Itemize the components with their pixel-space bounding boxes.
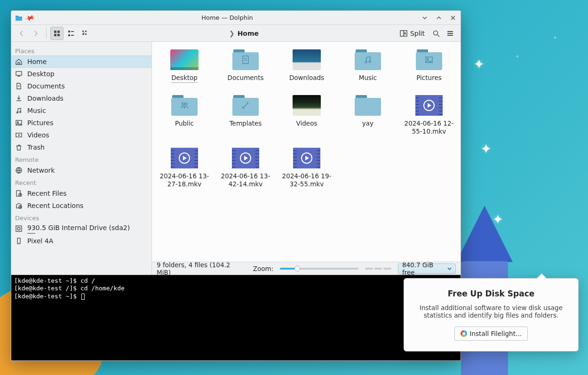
zoom-slider[interactable] <box>280 265 358 272</box>
file-tile[interactable]: 2024-06-16 12-55-10.mkv <box>400 93 458 136</box>
svg-rect-39 <box>243 56 248 64</box>
svg-rect-4 <box>68 31 70 32</box>
filelight-icon <box>461 330 467 337</box>
svg-rect-12 <box>84 32 84 35</box>
svg-point-42 <box>365 61 367 63</box>
breadcrumb[interactable]: ❯ Home <box>93 30 395 37</box>
zoom-steps[interactable] <box>365 268 391 270</box>
details-view-button[interactable] <box>79 27 92 40</box>
tile-label: Desktop <box>171 74 198 83</box>
tile-label: Public <box>175 120 194 128</box>
tile-label: Music <box>359 74 377 82</box>
sidebar-item-downloads[interactable]: Downloads <box>11 92 151 104</box>
tile-label: Templates <box>230 120 262 128</box>
minimize-button[interactable] <box>421 14 429 22</box>
maximize-button[interactable] <box>435 14 443 22</box>
folder-tile[interactable]: Music <box>339 48 397 82</box>
svg-point-36 <box>19 229 19 229</box>
devices-header: Devices <box>11 212 151 223</box>
folder-tile[interactable]: yay <box>339 93 397 128</box>
sidebar-item-hdd[interactable]: 930.5 GiB Internal Drive (sda2) <box>11 223 151 235</box>
breadcrumb-current[interactable]: Home <box>238 30 259 37</box>
toolbar: ❯ Home Split <box>11 25 461 42</box>
compact-view-button[interactable] <box>64 27 78 40</box>
free-space-popover: Free Up Disk Space Install additional so… <box>404 278 579 351</box>
app-icon <box>15 14 23 22</box>
svg-line-18 <box>437 35 439 37</box>
svg-rect-5 <box>68 34 70 36</box>
sidebar-item-network[interactable]: Network <box>11 164 151 176</box>
svg-rect-22 <box>16 72 22 75</box>
svg-point-25 <box>17 112 18 113</box>
terminal-panel[interactable]: [kde@kde-test ~]$ cd /[kde@kde-test /]$ … <box>11 275 461 360</box>
window-title: Home — Dolphin <box>36 14 418 21</box>
svg-rect-11 <box>85 33 87 35</box>
tile-label: 2024-06-16 13-42-14.mkv <box>217 172 274 188</box>
tile-label: 2024-06-16 19-32-55.mkv <box>278 172 335 188</box>
svg-rect-3 <box>57 34 60 36</box>
tile-label: Videos <box>296 120 318 128</box>
tile-label: Downloads <box>289 74 324 82</box>
sidebar-item-documents[interactable]: Documents <box>11 80 151 92</box>
svg-rect-9 <box>85 31 87 32</box>
places-panel: Places HomeDesktopDocumentsDownloadsMusi… <box>11 42 152 275</box>
split-button[interactable]: Split <box>396 27 429 40</box>
hamburger-menu-button[interactable] <box>444 27 457 40</box>
forward-button[interactable] <box>29 27 42 40</box>
search-button[interactable] <box>429 27 443 40</box>
file-tile[interactable]: 2024-06-16 19-32-55.mkv <box>278 146 335 188</box>
sidebar-item-desktop[interactable]: Desktop <box>11 68 151 80</box>
sidebar-item-recent-files[interactable]: Recent Files <box>11 187 151 199</box>
file-tile[interactable]: 2024-06-16 13-42-14.mkv <box>217 146 274 188</box>
svg-rect-1 <box>57 31 60 33</box>
pin-icon[interactable]: 📌 <box>24 12 35 23</box>
svg-rect-7 <box>71 35 74 36</box>
status-bar: 9 folders, 4 files (104.2 MiB) Zoom: 840… <box>152 262 461 275</box>
svg-point-17 <box>434 31 438 35</box>
folder-tile[interactable]: Documents <box>217 48 274 82</box>
svg-rect-8 <box>82 31 84 32</box>
sidebar-item-trash[interactable]: Trash <box>11 141 151 153</box>
svg-point-28 <box>17 122 19 123</box>
folder-tile[interactable]: Videos <box>278 93 335 128</box>
svg-point-26 <box>20 112 21 113</box>
sidebar-item-music[interactable]: Music <box>11 104 151 117</box>
sidebar-item-phone[interactable]: Pixel 4A <box>11 235 151 247</box>
sidebar-item-pictures[interactable]: Pictures <box>11 117 151 129</box>
sidebar-item-recent-locs[interactable]: Recent Locations <box>11 199 151 212</box>
free-space-chip[interactable]: 840.7 GiB free <box>398 263 456 274</box>
back-button[interactable] <box>15 27 28 40</box>
folder-tile[interactable]: Public <box>156 93 213 128</box>
install-filelight-button[interactable]: Install Filelight… <box>454 327 528 341</box>
dolphin-window: 📌 Home — Dolphin ❯ Home Split <box>11 10 461 361</box>
tile-label: yay <box>362 120 373 128</box>
sidebar-item-videos[interactable]: Videos <box>11 129 151 141</box>
tile-label: 2024-06-16 13-27-18.mkv <box>156 172 213 188</box>
chevron-right-icon: ❯ <box>229 30 235 37</box>
tile-label: Documents <box>228 74 264 82</box>
folder-tile[interactable]: Downloads <box>278 48 335 82</box>
svg-rect-2 <box>54 34 56 36</box>
popover-body: Install additional software to view disk… <box>413 304 570 319</box>
svg-point-46 <box>182 103 184 105</box>
recent-header: Recent <box>11 176 151 187</box>
file-grid[interactable]: DesktopDocumentsDownloadsMusicPicturesPu… <box>152 42 461 262</box>
status-summary: 9 folders, 4 files (104.2 MiB) <box>157 261 240 276</box>
icons-view-button[interactable] <box>50 27 64 40</box>
svg-point-45 <box>427 58 429 60</box>
remote-header: Remote <box>11 153 151 164</box>
popover-title: Free Up Disk Space <box>413 289 570 298</box>
svg-point-43 <box>369 61 371 63</box>
places-header: Places <box>11 45 151 56</box>
svg-rect-6 <box>71 31 74 32</box>
folder-tile[interactable]: Templates <box>217 93 274 128</box>
svg-rect-10 <box>82 33 84 35</box>
folder-tile[interactable]: Desktop <box>156 48 213 83</box>
close-button[interactable] <box>449 14 457 22</box>
sidebar-item-home[interactable]: Home <box>11 56 151 68</box>
folder-tile[interactable]: Pictures <box>400 48 458 82</box>
svg-point-47 <box>185 103 187 105</box>
file-tile[interactable]: 2024-06-16 13-27-18.mkv <box>156 146 213 188</box>
svg-point-38 <box>18 242 19 243</box>
tile-label: 2024-06-16 12-55-10.mkv <box>400 120 458 136</box>
